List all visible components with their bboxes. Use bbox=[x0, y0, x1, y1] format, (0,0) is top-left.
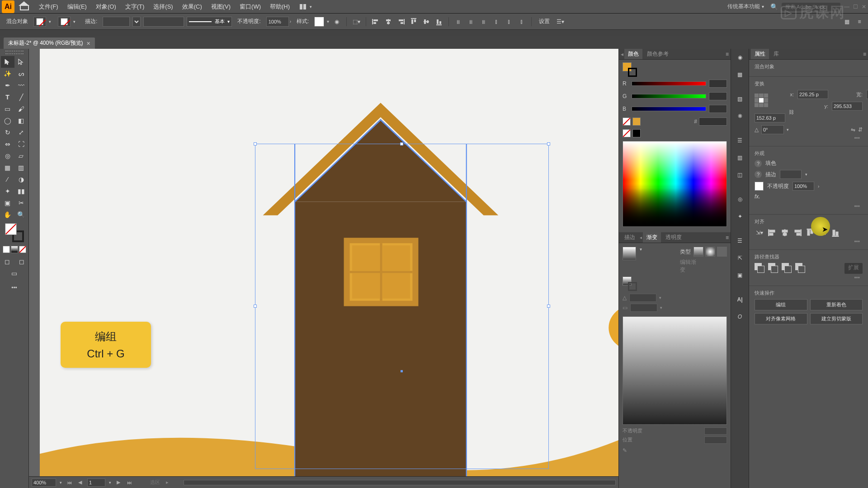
fill-unknown-icon[interactable]: ? bbox=[755, 160, 762, 167]
pathfinder-intersect-icon[interactable] bbox=[782, 263, 793, 274]
grad-stroke-indicator[interactable] bbox=[628, 282, 637, 291]
opacity-input[interactable] bbox=[266, 17, 289, 27]
dist-vcenter-icon[interactable]: ⫿ bbox=[504, 17, 514, 27]
dock-stroke-icon[interactable]: ☰ bbox=[734, 135, 746, 146]
make-clipmask-button[interactable]: 建立剪切蒙版 bbox=[810, 313, 863, 324]
align-vcenter-icon[interactable] bbox=[421, 17, 431, 27]
pathfinder-minus-icon[interactable] bbox=[768, 263, 779, 274]
menu-object[interactable]: 对象(O) bbox=[91, 0, 121, 14]
align-hcenter-icon[interactable] bbox=[383, 17, 393, 27]
menu-help[interactable]: 帮助(H) bbox=[265, 0, 294, 14]
line-tool[interactable]: ╱ bbox=[14, 91, 28, 103]
artboard[interactable]: 编组 Ctrl + G bbox=[40, 49, 618, 476]
none-swatch[interactable] bbox=[623, 117, 631, 126]
perspective-tool[interactable]: ▱ bbox=[14, 150, 28, 162]
stroke-unknown-icon[interactable]: ? bbox=[755, 171, 762, 178]
fill-color-box[interactable] bbox=[5, 223, 17, 235]
none-swatch-2[interactable] bbox=[623, 129, 631, 137]
pathfinder-unite-icon[interactable] bbox=[755, 263, 765, 274]
blend-tool[interactable]: ◑ bbox=[14, 174, 28, 185]
align-right-icon[interactable] bbox=[396, 17, 406, 27]
shaper-tool[interactable]: ◯ bbox=[1, 115, 14, 127]
mesh-tool[interactable]: ▦ bbox=[1, 162, 14, 174]
none-mode-icon[interactable] bbox=[19, 246, 26, 253]
dist-left-icon[interactable]: ⫼ bbox=[453, 17, 463, 27]
g-slider[interactable] bbox=[632, 94, 706, 99]
flip-v-icon[interactable]: ⇵ bbox=[858, 127, 863, 133]
menu-file[interactable]: 文件(F) bbox=[34, 0, 63, 14]
tab-color-guide[interactable]: 颜色参考 bbox=[643, 49, 672, 59]
selection-tool[interactable] bbox=[1, 56, 14, 68]
last-artboard-icon[interactable]: ⏭ bbox=[126, 480, 133, 485]
g-value[interactable] bbox=[709, 92, 727, 100]
appearance-more-icon[interactable]: ••• bbox=[755, 202, 863, 211]
b-value[interactable] bbox=[709, 105, 727, 113]
reference-point-selector[interactable] bbox=[755, 94, 768, 107]
panel-menu-icon[interactable]: ≡ bbox=[726, 51, 729, 57]
column-graph-tool[interactable]: ▮▮ bbox=[14, 185, 28, 197]
dock-asset-export-icon[interactable]: ⇱ bbox=[734, 252, 746, 264]
prop-align-top-icon[interactable] bbox=[805, 228, 815, 238]
home-icon[interactable] bbox=[19, 2, 30, 11]
pathfinder-exclude-icon[interactable] bbox=[795, 263, 806, 274]
search-icon[interactable]: 🔍 bbox=[770, 3, 778, 10]
align-top-icon[interactable] bbox=[409, 17, 419, 27]
constrain-proportions-icon[interactable]: ⛓ bbox=[789, 109, 794, 115]
black-swatch[interactable] bbox=[632, 129, 641, 137]
dock-color-icon[interactable]: ◉ bbox=[734, 52, 746, 63]
lasso-tool[interactable]: ᔕ bbox=[14, 68, 28, 80]
align-objects-icon[interactable]: ⇲▾ bbox=[755, 228, 764, 238]
prop-align-bottom-icon[interactable] bbox=[830, 228, 840, 238]
artboard-tool[interactable]: ▣ bbox=[1, 197, 14, 209]
linear-gradient-icon[interactable] bbox=[693, 247, 703, 257]
dock-swatches-icon[interactable]: ▦ bbox=[734, 69, 746, 80]
dock-symbols-icon[interactable]: ❋ bbox=[734, 110, 746, 122]
magic-wand-tool[interactable]: ✨ bbox=[1, 68, 14, 80]
width-tool[interactable]: ⇔ bbox=[1, 138, 14, 150]
shape-builder-tool[interactable]: ◎ bbox=[1, 150, 14, 162]
symbol-sprayer-tool[interactable]: ✦ bbox=[1, 185, 14, 197]
transform-more-icon[interactable]: ••• bbox=[755, 134, 863, 142]
panel-menu-icon[interactable]: ▦ bbox=[842, 17, 852, 27]
pen-tool[interactable]: ✒ bbox=[1, 80, 14, 91]
prop-align-right-icon[interactable] bbox=[793, 228, 802, 238]
align-bottom-icon[interactable] bbox=[434, 17, 444, 27]
window-close-icon[interactable]: ✕ bbox=[862, 4, 866, 10]
dock-graphic-styles-icon[interactable]: ✦ bbox=[734, 211, 746, 222]
rectangle-tool[interactable]: ▭ bbox=[1, 103, 14, 115]
gradient-preview[interactable] bbox=[623, 247, 636, 260]
eyedropper-tool[interactable]: ⁄ bbox=[1, 174, 14, 185]
dock-appearance-icon[interactable]: ◎ bbox=[734, 193, 746, 205]
dock-gradient-icon[interactable]: ▥ bbox=[734, 152, 746, 164]
dock-transparency-icon[interactable]: ◫ bbox=[734, 169, 746, 181]
toolbox-grip[interactable] bbox=[5, 51, 24, 54]
opacity-swatch[interactable] bbox=[755, 182, 764, 191]
zoom-tool[interactable]: 🔍 bbox=[14, 209, 28, 221]
gradient-mode-icon[interactable] bbox=[11, 246, 18, 253]
w-input[interactable] bbox=[866, 90, 868, 99]
align-to-dropdown[interactable]: ⬚▾ bbox=[351, 17, 361, 27]
stroke-weight-dropdown[interactable] bbox=[132, 17, 141, 27]
gradient-tool[interactable]: ▥ bbox=[14, 162, 28, 174]
dist-hcenter-icon[interactable]: ⫼ bbox=[466, 17, 476, 27]
prop-align-hcenter-icon[interactable] bbox=[780, 228, 790, 238]
screen-mode-icon[interactable]: ▭ bbox=[8, 267, 21, 279]
slice-tool[interactable]: ✂ bbox=[14, 197, 28, 209]
spectrum-picker[interactable] bbox=[623, 141, 727, 227]
window-minimize-icon[interactable]: — bbox=[844, 4, 849, 10]
flip-h-icon[interactable]: ⇋ bbox=[851, 127, 855, 133]
edit-toolbar-icon[interactable]: ••• bbox=[8, 282, 21, 294]
workspace-switcher[interactable]: 传统基本功能 bbox=[725, 2, 767, 11]
tab-transparency[interactable]: 透明度 bbox=[662, 232, 685, 243]
menu-type[interactable]: 文字(T) bbox=[121, 0, 149, 14]
y-input[interactable] bbox=[832, 102, 863, 111]
stroke-weight-prop-input[interactable] bbox=[780, 170, 802, 179]
tab-gradient[interactable]: 渐变 bbox=[643, 232, 661, 243]
window-maximize-icon[interactable]: ☐ bbox=[853, 4, 858, 10]
prop-align-vcenter-icon[interactable] bbox=[818, 228, 828, 238]
menu-select[interactable]: 选择(S) bbox=[149, 0, 177, 14]
tab-properties[interactable]: 属性 bbox=[751, 49, 769, 59]
tab-stroke[interactable]: 描边 bbox=[621, 232, 639, 243]
scale-tool[interactable]: ⤢ bbox=[14, 127, 28, 138]
graphic-style-swatch[interactable] bbox=[314, 17, 324, 27]
